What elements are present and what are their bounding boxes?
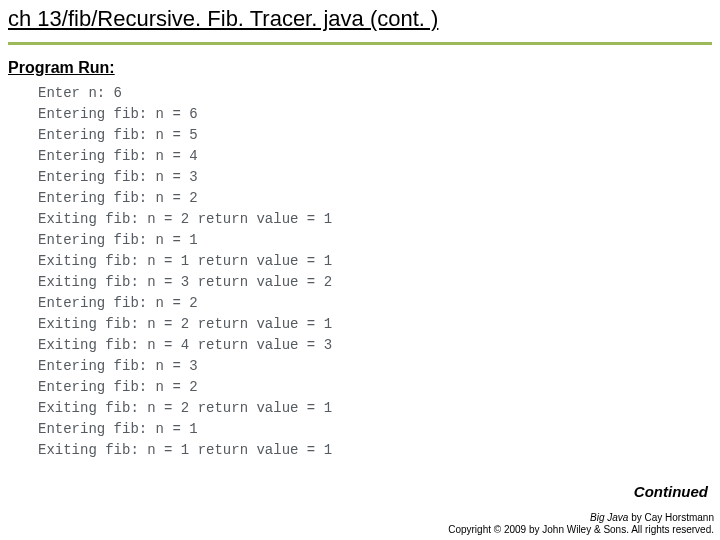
book-title: Big Java <box>590 512 628 523</box>
author-name: by Cay Horstmann <box>628 512 714 523</box>
slide-title: ch 13/fib/Recursive. Fib. Tracer. java (… <box>8 6 712 38</box>
footer-line-2: Copyright © 2009 by John Wiley & Sons. A… <box>448 524 714 536</box>
footer: Big Java by Cay Horstmann Copyright © 20… <box>448 512 714 536</box>
footer-line-1: Big Java by Cay Horstmann <box>448 512 714 524</box>
section-heading: Program Run: <box>8 59 712 77</box>
title-underline <box>8 42 712 45</box>
continued-label: Continued <box>634 483 708 500</box>
slide: ch 13/fib/Recursive. Fib. Tracer. java (… <box>0 0 720 540</box>
program-output: Enter n: 6 Entering fib: n = 6 Entering … <box>8 83 712 461</box>
